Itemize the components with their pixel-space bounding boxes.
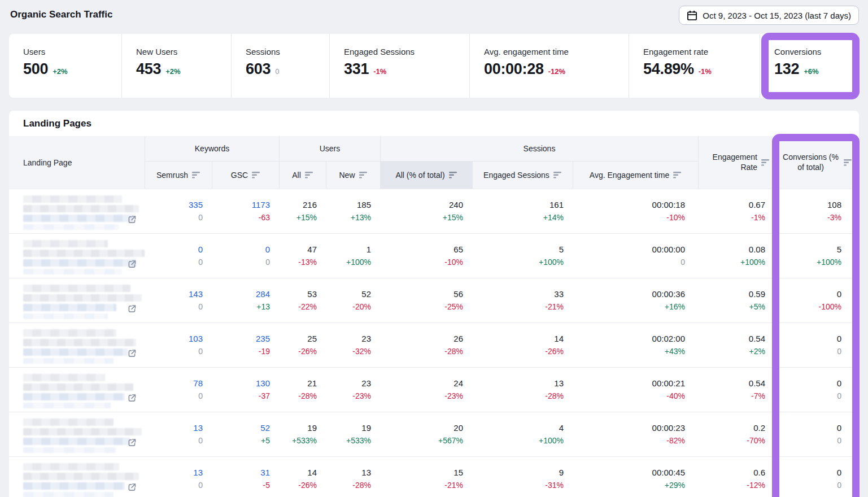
column-header-label: All (% of total) (395, 171, 444, 180)
cell-keywords-semrush[interactable]: 130 (145, 412, 212, 456)
external-link-icon[interactable] (127, 304, 137, 313)
external-link-icon[interactable] (127, 348, 137, 358)
metric-value: 00:00:28 (484, 60, 544, 78)
cell-avg-engagement-time: 00:00:18-10% (573, 189, 698, 233)
metric-change: +2% (165, 67, 180, 76)
metric-change: 0 (275, 67, 279, 76)
redacted-url-placeholder (23, 463, 145, 497)
table-row: 130 52+5 19+533% 19+533% 20+567% 4+100% … (9, 412, 859, 456)
date-range-button[interactable]: Oct 9, 2023 - Oct 15, 2023 (last 7 days) (679, 6, 859, 25)
sort-icon[interactable] (192, 172, 200, 178)
cell-users-all: 53-22% (279, 278, 326, 322)
cell-sessions-all: 20+567% (380, 412, 472, 456)
cell-engaged-sessions: 14-26% (472, 323, 573, 367)
column-header-landing-page: Landing Page (9, 136, 145, 189)
cell-sessions-all: 240+15% (380, 189, 472, 233)
cell-keywords-gsc[interactable]: 235-19 (212, 323, 279, 367)
cell-keywords-semrush[interactable]: 3350 (145, 189, 212, 233)
cell-keywords-semrush[interactable]: 130 (145, 457, 212, 497)
cell-keywords-semrush[interactable]: 1030 (145, 323, 212, 367)
cell-users-all: 25-26% (279, 323, 326, 367)
cell-conversions: 00 (774, 457, 859, 497)
column-header-users-new[interactable]: New (326, 162, 380, 189)
external-link-icon[interactable] (127, 215, 137, 224)
sort-icon[interactable] (305, 172, 313, 178)
cell-engagement-rate: 0.67-1% (698, 189, 774, 233)
cell-avg-engagement-time: 00:00:45+29% (573, 457, 698, 497)
column-header-sessions-all[interactable]: All (% of total) (380, 162, 472, 189)
column-header-label: Engagement Rate (703, 152, 757, 172)
cell-engaged-sessions: 9-31% (472, 457, 573, 497)
metric-value: 603 (246, 60, 271, 78)
cell-keywords-gsc[interactable]: 1173-63 (212, 189, 279, 233)
cell-keywords-semrush[interactable]: 780 (145, 368, 212, 412)
cell-keywords-semrush[interactable]: 1430 (145, 278, 212, 322)
table-row: 1430 284+13 53-22% 52-20% 56-25% 33-21% … (9, 278, 859, 322)
cell-keywords-gsc[interactable]: 130-37 (212, 368, 279, 412)
landing-pages-card: Landing Pages Landing Page Keywords User… (9, 111, 859, 497)
table-title: Landing Pages (9, 111, 859, 136)
column-header-conversions[interactable]: Conversions (% of total) (774, 136, 859, 189)
metric-change: -1% (373, 67, 386, 76)
cell-engagement-rate: 0.08+100% (698, 234, 774, 278)
landing-page-cell-redacted[interactable] (9, 323, 145, 367)
cell-keywords-gsc[interactable]: 284+13 (212, 278, 279, 322)
metric-users: Users 500+2% (9, 34, 121, 98)
external-link-icon[interactable] (127, 482, 137, 492)
redacted-url-placeholder (23, 374, 145, 408)
sort-icon[interactable] (553, 172, 562, 178)
column-header-users-all[interactable]: All (279, 162, 326, 189)
metric-value: 453 (136, 60, 161, 78)
cell-engagement-rate: 0.54+2% (698, 323, 774, 367)
landing-page-cell-redacted[interactable] (9, 412, 145, 456)
landing-page-cell-redacted[interactable] (9, 278, 145, 322)
column-header-label: New (339, 171, 355, 180)
table-row: 130 31-5 14-26% 13-28% 15-21% 9-31% 00:0… (9, 456, 859, 497)
cell-users-all: 19+533% (279, 412, 326, 456)
sort-icon[interactable] (359, 172, 368, 178)
external-link-icon[interactable] (127, 393, 137, 403)
landing-page-cell-redacted[interactable] (9, 457, 145, 497)
landing-page-cell-redacted[interactable] (9, 234, 145, 278)
landing-page-cell-redacted[interactable] (9, 368, 145, 412)
cell-users-new: 13-28% (326, 457, 380, 497)
cell-engaged-sessions: 33-21% (472, 278, 573, 322)
cell-conversions: 0-100% (774, 278, 859, 322)
cell-keywords-semrush[interactable]: 00 (145, 234, 212, 278)
column-header-engagement-rate[interactable]: Engagement Rate (698, 136, 774, 189)
table-row: 1030 235-19 25-26% 23-32% 26-28% 14-26% … (9, 322, 859, 367)
cell-conversions: 00 (774, 368, 859, 412)
calendar-icon (687, 10, 697, 21)
cell-engagement-rate: 0.54-7% (698, 368, 774, 412)
external-link-icon[interactable] (127, 259, 137, 269)
redacted-url-placeholder (23, 285, 145, 319)
column-header-label: Conversions (% of total) (782, 152, 840, 172)
cell-keywords-gsc[interactable]: 00 (212, 234, 279, 278)
sort-icon[interactable] (673, 172, 682, 178)
cell-users-new: 185+13% (326, 189, 380, 233)
cell-conversions: 00 (774, 412, 859, 456)
external-link-icon[interactable] (127, 438, 137, 447)
column-group-keywords: Keywords (145, 136, 279, 162)
cell-users-all: 216+15% (279, 189, 326, 233)
column-header-label: Landing Page (23, 158, 72, 167)
cell-keywords-gsc[interactable]: 52+5 (212, 412, 279, 456)
metric-sessions: Sessions 6030 (231, 34, 329, 98)
sort-icon[interactable] (252, 172, 260, 178)
landing-page-cell-redacted[interactable] (9, 189, 145, 233)
cell-keywords-gsc[interactable]: 31-5 (212, 457, 279, 497)
cell-engaged-sessions: 161+14% (472, 189, 573, 233)
sort-icon[interactable] (844, 159, 852, 166)
column-header-gsc[interactable]: GSC (212, 162, 279, 189)
redacted-url-placeholder (23, 329, 145, 364)
cell-engaged-sessions: 4+100% (472, 412, 573, 456)
column-header-semrush[interactable]: Semrush (145, 162, 212, 189)
sort-icon[interactable] (761, 159, 770, 166)
metric-change: -12% (548, 67, 565, 76)
sort-icon[interactable] (449, 172, 457, 178)
metric-value: 54.89% (643, 60, 694, 78)
metric-value: 132 (774, 60, 799, 78)
column-header-avg-engagement-time[interactable]: Avg. Engagement time (573, 162, 698, 189)
column-header-engaged-sessions[interactable]: Engaged Sessions (472, 162, 573, 189)
metric-engagement-rate: Engagement rate 54.89%-1% (629, 34, 760, 98)
